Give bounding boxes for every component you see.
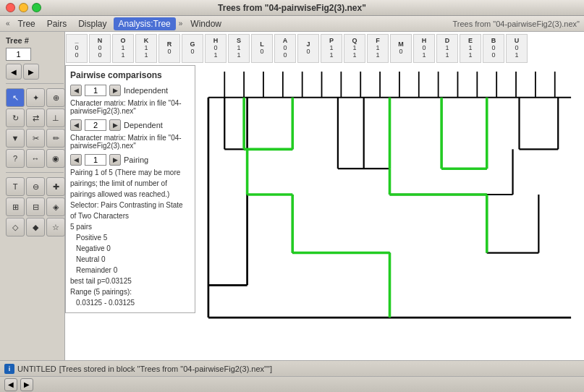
tool-move[interactable]: ✚	[46, 177, 65, 196]
independent-input[interactable]	[85, 85, 106, 96]
taxon-cell: H01	[413, 34, 435, 63]
tool-grid: ↖ ✦ ⊕ ↻ ⇄ ⊥ ▼ ✂ ✏ ? ↔ ◉	[3, 86, 62, 170]
independent-label: Independent	[124, 86, 168, 95]
menu-display[interactable]: Display	[73, 17, 111, 30]
nav-arrows: ◀ ▶	[3, 62, 62, 81]
minimize-button[interactable]	[19, 3, 28, 12]
best-tail-text: best tail p=0.03125	[70, 276, 190, 286]
taxon-cell: K11	[135, 34, 157, 63]
taxon-cell: _00	[66, 34, 88, 63]
main-layout: Tree # ◀ ▶ ↖ ✦ ⊕ ↻ ⇄ ⊥ ▼ ✂ ✏ ? ↔ ◉ T ⊖ ✚	[0, 32, 584, 360]
tool-cut[interactable]: ✂	[26, 129, 45, 148]
taxon-cell: L0	[251, 34, 273, 63]
independent-prev[interactable]: ◀	[70, 85, 82, 96]
taxon-cell: S11	[228, 34, 250, 63]
tree-diagram	[195, 65, 584, 344]
tool-reroot[interactable]: ⊥	[46, 108, 65, 127]
pairing-prev[interactable]: ◀	[70, 154, 82, 166]
tool-rotate[interactable]: ↻	[6, 108, 25, 127]
menu-analysis-tree[interactable]: Analysis:Tree	[114, 17, 176, 30]
tool-zoom-in[interactable]: ⊕	[46, 88, 65, 107]
bottom-right-btn[interactable]: ▶	[20, 378, 33, 391]
selector-text: Selector: Pairs Contrasting in State of …	[70, 200, 190, 221]
tool-misc2[interactable]: ◇	[6, 218, 25, 237]
taxon-cell: N00	[89, 34, 111, 63]
menu-forward-arrow[interactable]: »	[177, 20, 185, 27]
tool-zoom-out[interactable]: ⊖	[26, 177, 45, 196]
tool-collapse[interactable]: ▼	[6, 129, 25, 148]
taxon-cell: A00	[274, 34, 296, 63]
nav-right-button[interactable]: ▶	[23, 64, 39, 80]
pairing-next[interactable]: ▶	[109, 154, 121, 166]
bottom-left-btn[interactable]: ◀	[4, 378, 17, 391]
tool-info[interactable]: ?	[6, 149, 25, 168]
maximize-button[interactable]	[32, 3, 41, 12]
tool-arrow[interactable]: ↖	[6, 88, 25, 107]
independent-next[interactable]: ▶	[109, 85, 121, 96]
positive-text: Positive 5	[70, 232, 190, 243]
title-bar: Trees from "04-pairwiseFig2(3).nex"	[0, 0, 584, 16]
negative-text: Negative 0	[70, 243, 190, 254]
close-button[interactable]	[6, 3, 15, 12]
taxon-cell: M0	[390, 34, 412, 63]
tool-taxon[interactable]: T	[6, 177, 25, 196]
taxon-cell: P11	[321, 34, 342, 63]
menu-window[interactable]: Window	[185, 17, 227, 30]
left-toolbar: Tree # ◀ ▶ ↖ ✦ ⊕ ↻ ⇄ ⊥ ▼ ✂ ✏ ? ↔ ◉ T ⊖ ✚	[0, 32, 65, 360]
tool-expand[interactable]: ⊞	[6, 197, 25, 216]
tree-canvas: _00N00O11K11R0G0H01S11L0A00J0P11Q11F11M0…	[65, 32, 584, 360]
taxon-row: _00N00O11K11R0G0H01S11L0A00J0P11Q11F11M0…	[65, 32, 584, 64]
dependent-label: Dependent	[124, 121, 163, 129]
taxon-cell: O11	[112, 34, 134, 63]
pairing-row: ◀ ▶ Pairing	[70, 154, 190, 166]
tool-swap[interactable]: ⇄	[26, 108, 45, 127]
pairing-label: Pairing	[124, 155, 148, 164]
tree-number-input[interactable]	[6, 48, 31, 61]
tree-number-label: Tree #	[3, 35, 62, 46]
tool-annotate[interactable]: ✏	[46, 129, 65, 148]
nav-left-button[interactable]: ◀	[6, 64, 22, 80]
menu-tree[interactable]: Tree	[13, 17, 41, 30]
range-value: 0.03125 - 0.03125	[70, 297, 190, 308]
toolbar-divider-2	[6, 172, 64, 173]
tool-measure[interactable]: ↔	[26, 149, 45, 168]
taxon-cell: U01	[506, 34, 528, 63]
status-label: UNTITLED	[17, 365, 56, 373]
taxon-cell: D11	[436, 34, 458, 63]
tool-select[interactable]: ✦	[26, 88, 45, 107]
taxon-cell: H01	[205, 34, 227, 63]
tool-color[interactable]: ◉	[46, 149, 65, 168]
independent-desc: Character matrix: Matrix in file "04-pai…	[70, 98, 190, 116]
pairing-input[interactable]	[85, 154, 106, 166]
tool-grid-2: T ⊖ ✚ ⊞ ⊟ ◈ ◇ ◆ ☆	[3, 175, 62, 239]
pairing-info: Pairing 1 of 5 (There may be more pairin…	[70, 167, 190, 308]
tree-number-row	[3, 46, 62, 62]
menu-right-title: Trees from "04-pairwiseFig2(3).nex"	[452, 20, 580, 28]
menu-back-arrow[interactable]: «	[4, 20, 12, 27]
tool-misc1[interactable]: ◈	[46, 197, 65, 216]
bottom-toolbar: ◀ ▶	[0, 376, 584, 392]
dependent-desc: Character matrix: Matrix in file "04-pai…	[70, 132, 190, 151]
pairwise-title: Pairwise comparisons	[70, 70, 190, 80]
independent-row: ◀ ▶ Independent	[70, 85, 190, 96]
pairing-info-text: Pairing 1 of 5 (There may be more pairin…	[70, 167, 190, 200]
dependent-next[interactable]: ▶	[109, 119, 121, 131]
window-controls[interactable]	[6, 3, 41, 12]
tool-misc4[interactable]: ☆	[46, 218, 65, 237]
dependent-row: ◀ ▶ Dependent	[70, 119, 190, 131]
taxon-cell: B00	[483, 34, 504, 63]
toolbar-divider-1	[6, 83, 64, 84]
pairs-count: 5 pairs	[70, 221, 190, 232]
status-icon: i	[4, 364, 14, 374]
tool-contract[interactable]: ⊟	[26, 197, 45, 216]
tool-misc3[interactable]: ◆	[26, 218, 45, 237]
menu-pairs[interactable]: Pairs	[42, 17, 72, 30]
taxon-cell: R0	[158, 34, 180, 63]
neutral-text: Neutral 0	[70, 254, 190, 265]
dependent-input[interactable]	[85, 119, 106, 131]
dependent-prev[interactable]: ◀	[70, 119, 82, 131]
taxon-cell: G0	[182, 34, 203, 63]
menu-bar: « Tree Pairs Display Analysis:Tree » Win…	[0, 16, 584, 32]
pairwise-panel: Pairwise comparisons ◀ ▶ Independent Cha…	[65, 65, 195, 313]
taxon-cell: Q11	[344, 34, 365, 63]
